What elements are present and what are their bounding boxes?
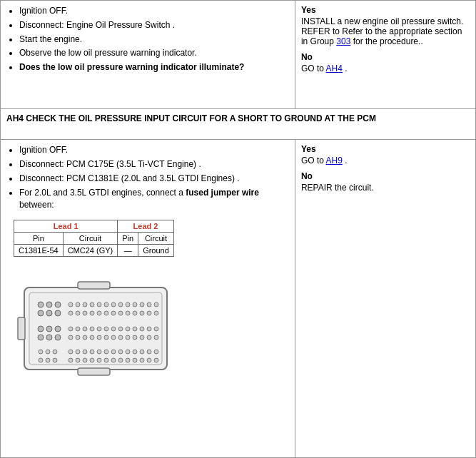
svg-point-56 <box>69 335 73 340</box>
svg-point-75 <box>90 350 94 354</box>
bottom-no-label: No <box>301 171 470 181</box>
svg-point-100 <box>154 358 158 362</box>
top-left-cell: Ignition OFF. Disconnect: Engine Oil Pre… <box>1 1 295 109</box>
svg-point-80 <box>126 350 130 354</box>
svg-point-84 <box>154 350 158 354</box>
svg-point-61 <box>104 335 108 340</box>
bottom-yes-text: GO to <box>301 156 324 166</box>
bottom-no-content: REPAIR the circuit. <box>301 183 470 193</box>
svg-point-89 <box>76 358 80 362</box>
svg-point-34 <box>140 311 144 315</box>
svg-point-41 <box>76 327 80 331</box>
svg-point-49 <box>133 327 137 331</box>
yes-section: Yes INSTALL a new engine oil pressure sw… <box>301 5 470 46</box>
svg-point-71 <box>53 350 57 354</box>
bullet-text: Disconnect: PCM C1381E (2.0L and 3.5L GT… <box>19 173 240 183</box>
bottom-yes-link-ah9[interactable]: AH9 <box>326 156 343 166</box>
bottom-no-text: REPAIR the circuit. <box>301 183 374 193</box>
svg-point-52 <box>154 327 158 331</box>
svg-point-40 <box>69 327 73 331</box>
svg-point-47 <box>118 327 123 331</box>
svg-point-73 <box>76 350 80 354</box>
svg-point-7 <box>55 302 61 307</box>
svg-point-10 <box>83 302 87 307</box>
svg-point-78 <box>111 350 116 354</box>
svg-point-82 <box>140 350 144 354</box>
cell-pin1: C1381E-54 <box>14 245 64 257</box>
svg-point-37 <box>38 326 44 332</box>
svg-point-42 <box>83 327 87 331</box>
list-item: Disconnect: PCM C175E (3.5L Ti-VCT Engin… <box>19 158 289 171</box>
svg-point-77 <box>104 350 108 354</box>
svg-point-53 <box>38 335 44 340</box>
no-period: . <box>345 63 347 73</box>
svg-point-92 <box>97 358 101 362</box>
svg-point-33 <box>133 311 137 315</box>
list-item: Ignition OFF. <box>19 144 289 156</box>
no-link-ah4[interactable]: AH4 <box>326 63 343 73</box>
svg-point-29 <box>104 311 108 315</box>
svg-point-23 <box>55 310 61 316</box>
svg-point-31 <box>118 311 123 315</box>
svg-point-70 <box>46 350 50 354</box>
yes-suffix: for the procedure.. <box>353 36 423 46</box>
bottom-left-cell: Ignition OFF. Disconnect: PCM C175E (3.5… <box>1 140 295 458</box>
svg-point-64 <box>126 335 130 340</box>
svg-point-50 <box>140 327 144 331</box>
svg-point-69 <box>39 350 43 354</box>
bullet-text: For 2.0L and 3.5L GTDI engines, connect … <box>19 188 259 210</box>
top-row: Ignition OFF. Disconnect: Engine Oil Pre… <box>1 1 476 109</box>
svg-point-43 <box>90 327 94 331</box>
svg-point-46 <box>111 327 116 331</box>
svg-point-13 <box>104 302 108 307</box>
list-item: Disconnect: Engine Oil Pressure Switch . <box>19 19 289 31</box>
col-pin2: Pin <box>118 233 138 245</box>
bullet-text: Ignition OFF. <box>19 6 68 16</box>
list-item: Start the engine. <box>19 34 289 46</box>
svg-point-12 <box>97 302 101 307</box>
svg-point-74 <box>83 350 87 354</box>
svg-point-81 <box>133 350 137 354</box>
svg-point-57 <box>76 335 80 340</box>
svg-rect-4 <box>18 317 25 340</box>
page: Ignition OFF. Disconnect: Engine Oil Pre… <box>0 0 476 458</box>
bullet-text: Ignition OFF. <box>19 145 68 155</box>
cell-circuit2: Ground <box>138 245 174 257</box>
svg-point-9 <box>76 302 80 307</box>
svg-point-62 <box>111 335 116 340</box>
svg-point-38 <box>46 326 52 332</box>
svg-point-14 <box>111 302 116 307</box>
svg-point-17 <box>133 302 137 307</box>
list-item: Disconnect: PCM C1381E (2.0L and 3.5L GT… <box>19 173 289 185</box>
svg-point-11 <box>90 302 94 307</box>
svg-point-6 <box>46 302 52 307</box>
section-header-cell: AH4 CHECK THE OIL PRESSURE INPUT CIRCUIT… <box>1 109 476 140</box>
bottom-yes-content: GO to AH9 . <box>301 156 470 166</box>
section-header: AH4 CHECK THE OIL PRESSURE INPUT CIRCUIT… <box>6 113 470 123</box>
svg-point-86 <box>46 358 50 362</box>
svg-point-22 <box>46 310 52 316</box>
svg-rect-3 <box>78 368 110 375</box>
svg-point-16 <box>126 302 130 307</box>
col-header-row: Pin Circuit Pin Circuit <box>14 233 174 245</box>
svg-point-54 <box>46 335 52 340</box>
svg-point-5 <box>38 302 44 307</box>
svg-point-91 <box>90 358 94 362</box>
pin-table-wrapper: Lead 1 Lead 2 Pin Circuit Pin Circuit C1… <box>14 220 174 257</box>
svg-point-51 <box>147 327 151 331</box>
list-item: Does the low oil pressure warning indica… <box>19 61 289 73</box>
svg-point-66 <box>140 335 144 340</box>
top-right-cell: Yes INSTALL a new engine oil pressure sw… <box>295 1 475 109</box>
svg-point-20 <box>154 302 158 307</box>
svg-point-76 <box>97 350 101 354</box>
svg-point-96 <box>126 358 130 362</box>
svg-point-68 <box>154 335 158 340</box>
svg-point-63 <box>118 335 123 340</box>
svg-point-26 <box>83 311 87 315</box>
bullet-text: Disconnect: PCM C175E (3.5L Ti-VCT Engin… <box>19 159 201 169</box>
svg-point-98 <box>140 358 144 362</box>
section-header-row: AH4 CHECK THE OIL PRESSURE INPUT CIRCUIT… <box>1 109 476 140</box>
yes-link-303[interactable]: 303 <box>336 36 350 46</box>
no-content: GO to AH4 . <box>301 63 470 73</box>
period: . <box>345 156 347 166</box>
